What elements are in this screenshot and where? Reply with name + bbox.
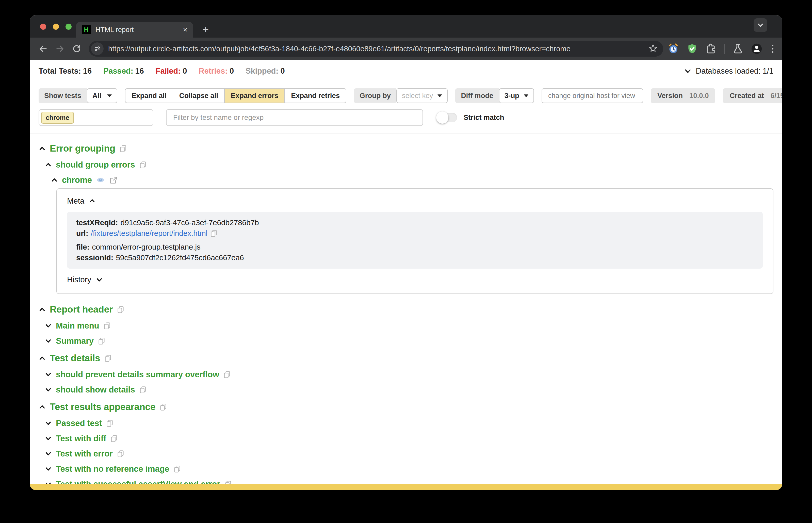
meta-field: url: /fixtures/testplane/report/index.ht… [76, 228, 754, 239]
filter-row: chrome Strict match [39, 109, 773, 126]
copy-icon[interactable] [106, 419, 113, 427]
copy-icon[interactable] [117, 306, 124, 313]
expand-errors-button[interactable]: Expand errors [224, 88, 285, 103]
copy-icon[interactable] [110, 435, 118, 442]
expand-all-button[interactable]: Expand all [125, 88, 173, 103]
zoom-window-button[interactable] [66, 24, 72, 30]
strict-match-toggle[interactable] [437, 113, 457, 122]
test-row[interactable]: Test with successful assertView and erro… [39, 479, 773, 484]
test-name-filter-input[interactable] [166, 109, 423, 126]
suite-row[interactable]: Test results appearance [39, 402, 773, 412]
section-test-details: Test details should prevent details summ… [39, 353, 773, 395]
meta-url-link[interactable]: /fixtures/testplane/report/index.html [91, 228, 208, 239]
test-row[interactable]: should prevent details summary overflow [39, 369, 773, 379]
databases-loaded-toggle[interactable]: Databases loaded: 1/1 [684, 67, 773, 76]
share-icon[interactable] [109, 176, 118, 184]
copy-icon[interactable] [224, 480, 232, 484]
test-title[interactable]: Main menu [56, 321, 99, 330]
copy-icon[interactable] [119, 145, 127, 152]
copy-icon[interactable] [174, 465, 181, 473]
browser-title[interactable]: chrome [62, 175, 92, 185]
minimize-window-button[interactable] [53, 24, 59, 30]
back-button[interactable] [37, 42, 50, 55]
test-row[interactable]: Test with error [39, 449, 773, 458]
extensions-button[interactable] [705, 43, 717, 54]
adblock-extension-button[interactable] [687, 43, 698, 54]
avatar-icon [751, 43, 762, 54]
address-bar[interactable]: https://output.circle-artifacts.com/outp… [89, 41, 663, 57]
copy-icon[interactable] [139, 161, 147, 168]
meta-field: testXReqId:d91c9a5c-9af3-47c6-a3ef-7e6db… [76, 217, 754, 228]
meta-section-toggle[interactable]: Meta [67, 197, 763, 206]
suite-row[interactable]: Error grouping [39, 143, 773, 154]
test-row[interactable]: should group errors [39, 160, 773, 169]
close-window-button[interactable] [40, 24, 46, 30]
experiments-button[interactable] [732, 43, 743, 54]
window-footer-strip [30, 484, 782, 490]
group-by-select[interactable]: select key [396, 88, 448, 103]
browser-filter-input[interactable]: chrome [39, 109, 154, 126]
suite-title[interactable]: Error grouping [50, 143, 115, 154]
copy-icon[interactable] [117, 450, 124, 457]
test-row[interactable]: should show details [39, 385, 773, 395]
test-row[interactable]: Test with no reference image [39, 464, 773, 474]
url-text[interactable]: https://output.circle-artifacts.com/outp… [108, 45, 646, 53]
test-title[interactable]: Summary [56, 336, 94, 346]
test-row[interactable]: Test with diff [39, 434, 773, 443]
test-title[interactable]: should group errors [56, 160, 135, 169]
copy-icon[interactable] [104, 355, 112, 362]
diff-mode-select[interactable]: 3-up [499, 88, 534, 103]
profile-button[interactable] [751, 43, 762, 54]
chevron-down-icon [45, 371, 52, 378]
forward-button[interactable] [53, 42, 67, 55]
copy-icon[interactable] [103, 322, 111, 329]
browser-row[interactable]: chrome [39, 175, 773, 185]
suite-title[interactable]: Report header [50, 304, 113, 315]
bookmark-button[interactable] [649, 44, 657, 54]
show-tests-label: Show tests [39, 88, 87, 103]
expand-retries-button[interactable]: Expand retries [284, 88, 346, 103]
expand-button-group: Expand all Collapse all Expand errors Ex… [125, 88, 346, 103]
suite-row[interactable]: Report header [39, 304, 773, 315]
test-title[interactable]: should prevent details summary overflow [56, 369, 219, 379]
eye-icon[interactable] [96, 176, 105, 184]
browser-chip[interactable]: chrome [41, 112, 74, 124]
suite-title[interactable]: Test details [50, 353, 100, 364]
original-host-input[interactable] [542, 88, 643, 103]
copy-icon[interactable] [98, 337, 105, 345]
caret-down-icon [107, 94, 112, 97]
controls-row: Show tests All Expand all Collapse all E… [39, 88, 773, 103]
test-title[interactable]: Test with diff [56, 434, 106, 443]
reload-button[interactable] [70, 42, 83, 55]
collapse-all-button[interactable]: Collapse all [173, 88, 225, 103]
star-icon [649, 44, 657, 53]
alarm-extension-button[interactable] [668, 43, 679, 54]
browser-tab[interactable]: H HTML report × [76, 22, 193, 38]
test-row[interactable]: Passed test [39, 418, 773, 428]
test-title[interactable]: Test with error [56, 449, 113, 458]
browser-menu-button[interactable] [770, 45, 775, 53]
copy-icon[interactable] [160, 403, 167, 411]
forward-icon [55, 44, 65, 53]
new-tab-button[interactable]: + [200, 23, 212, 36]
test-title[interactable]: Test with no reference image [56, 464, 169, 474]
meta-field: file:common/error-group.testplane.js [76, 242, 754, 252]
test-row[interactable]: Main menu [39, 321, 773, 330]
copy-icon[interactable] [139, 386, 147, 394]
suite-title[interactable]: Test results appearance [50, 402, 156, 412]
copy-icon[interactable] [210, 230, 218, 237]
test-title[interactable]: should show details [56, 385, 135, 395]
caret-down-icon [437, 94, 442, 97]
history-section-toggle[interactable]: History [67, 275, 763, 284]
test-row[interactable]: Summary [39, 336, 773, 346]
tab-close-icon[interactable]: × [183, 26, 187, 34]
copy-icon[interactable] [223, 371, 231, 378]
suite-row[interactable]: Test details [39, 353, 773, 364]
test-title[interactable]: Test with successful assertView and erro… [56, 479, 220, 484]
test-title[interactable]: Passed test [56, 418, 102, 428]
stat-passed: Passed:16 [103, 67, 144, 76]
site-settings-button[interactable] [91, 42, 104, 55]
tab-search-button[interactable] [754, 18, 767, 32]
show-tests-select[interactable]: All [87, 88, 117, 103]
stat-failed: Failed:0 [156, 67, 187, 76]
